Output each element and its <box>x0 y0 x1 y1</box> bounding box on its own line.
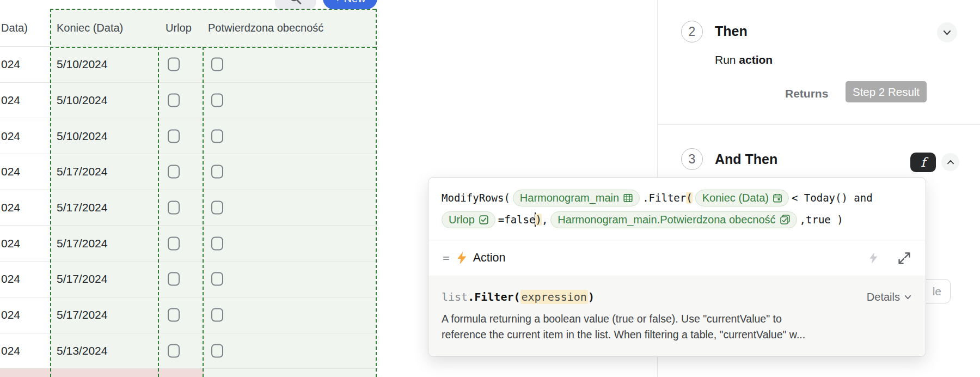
function-icon: f <box>921 155 926 169</box>
column-header-urlop[interactable]: Urlop <box>166 21 192 34</box>
comma: , <box>542 214 548 226</box>
column-header-koniec[interactable]: Koniec (Data) <box>57 21 123 34</box>
args-tail: ,true ) <box>800 214 843 226</box>
function-description: A formula returning a boolean value (tru… <box>442 311 911 343</box>
function-description-line-1: A formula returning a boolean value (tru… <box>442 311 911 327</box>
formula-line-1: ModifyRows( Harmonogram_main .Filter ( K… <box>442 187 926 209</box>
condition-tail: < Today() and <box>792 192 873 204</box>
potwierdzona-checkbox[interactable] <box>211 236 223 250</box>
run-prefix: Run <box>715 53 739 66</box>
potwierdzona-checkbox[interactable] <box>211 308 223 322</box>
table-row: 024 5/10/2024 <box>0 83 378 119</box>
checkbox-icon <box>479 215 488 224</box>
multi-checkbox-icon <box>780 215 790 224</box>
koniec-date-cell[interactable]: 5/17/2024 <box>57 201 107 214</box>
table-body: 024 5/10/2024 024 5/10/2024 024 5/10/202… <box>0 47 378 369</box>
potwierdzona-checkbox[interactable] <box>211 272 223 286</box>
step-2-title: Then <box>715 23 748 39</box>
start-date-cell[interactable]: 024 <box>1 344 20 357</box>
koniec-column-chip[interactable]: Koniec (Data) <box>695 190 789 206</box>
fn-modifyrows: ModifyRows( <box>442 192 510 204</box>
urlop-checkbox[interactable] <box>168 308 180 322</box>
urlop-checkbox[interactable] <box>168 272 180 286</box>
matched-paren-open: ( <box>686 192 692 204</box>
koniec-date-cell[interactable]: 5/13/2024 <box>57 344 107 357</box>
selection-border-right <box>376 9 377 377</box>
urlop-checkbox[interactable] <box>168 58 180 71</box>
start-date-cell[interactable]: 024 <box>1 201 20 214</box>
search-button[interactable] <box>275 0 316 9</box>
formula-help-panel: list.Filter(expression) Details A formul… <box>428 276 926 356</box>
formula-editor-popup: ModifyRows( Harmonogram_main .Filter ( K… <box>428 177 926 357</box>
table-header-row: Data) Koniec (Data) Urlop Potwierdzona o… <box>0 9 378 47</box>
details-chevron-icon <box>904 295 911 300</box>
table-row: 024 5/17/2024 <box>0 154 378 190</box>
koniec-date-cell[interactable]: 5/17/2024 <box>57 308 107 321</box>
details-dropdown[interactable]: Details <box>867 291 911 303</box>
selection-border-under-header <box>50 47 376 48</box>
signature-function: .Filter( <box>468 290 520 303</box>
koniec-date-cell[interactable]: 5/17/2024 <box>57 237 107 250</box>
urlop-checkbox[interactable] <box>168 344 180 357</box>
conditional-red-row <box>0 369 204 377</box>
start-date-cell[interactable]: 024 <box>1 130 20 143</box>
table-row: 024 5/10/2024 <box>0 47 378 83</box>
step-2-number: 2 <box>689 25 696 39</box>
table-row: 024 5/17/2024 <box>0 262 378 297</box>
start-date-cell[interactable]: 024 <box>1 94 20 107</box>
urlop-checkbox[interactable] <box>168 201 180 215</box>
table-chip[interactable]: Harmonogram_main <box>513 190 640 206</box>
signature-close-paren: ) <box>588 290 595 303</box>
new-row-button-label: + New <box>334 0 365 5</box>
koniec-date-cell[interactable]: 5/10/2024 <box>57 130 107 143</box>
formula-result-row: = Action <box>428 240 926 276</box>
selection-border-left <box>50 9 51 377</box>
selection-border-col-divider-2 <box>203 47 204 377</box>
urlop-checkbox[interactable] <box>168 94 180 107</box>
start-date-cell[interactable]: 024 <box>1 165 20 178</box>
table-row: 024 5/17/2024 <box>0 190 378 226</box>
step-3-number: 3 <box>689 152 696 167</box>
koniec-date-cell[interactable]: 5/10/2024 <box>57 94 107 107</box>
harmonogram-table: Data) Koniec (Data) Urlop Potwierdzona o… <box>0 0 378 377</box>
start-date-cell[interactable]: 024 <box>1 272 20 285</box>
search-icon <box>289 0 302 8</box>
urlop-checkbox[interactable] <box>168 236 180 250</box>
koniec-date-cell[interactable]: 5/10/2024 <box>57 58 107 71</box>
table-row: 024 5/13/2024 <box>0 333 378 369</box>
column-header-start-partial[interactable]: Data) <box>1 21 28 34</box>
formula-input[interactable]: ModifyRows( Harmonogram_main .Filter ( K… <box>428 178 926 240</box>
column-header-potwierdzona[interactable]: Potwierdzona obecność <box>208 21 323 34</box>
step-3-collapse-button[interactable] <box>941 153 959 171</box>
step-divider <box>658 124 980 125</box>
step-2-collapse-button[interactable] <box>937 22 957 42</box>
potwierdzona-checkbox[interactable] <box>211 201 223 215</box>
start-date-cell[interactable]: 024 <box>1 237 20 250</box>
potwierdzona-column-chip[interactable]: Harmonogram_main.Potwierdzona obecność <box>550 211 797 228</box>
urlop-column-chip-label: Urlop <box>449 214 475 226</box>
lightning-icon-gray[interactable] <box>869 252 878 264</box>
table-row: 024 5/17/2024 <box>0 297 378 333</box>
start-date-cell[interactable]: 024 <box>1 308 20 321</box>
potwierdzona-checkbox[interactable] <box>211 344 223 357</box>
potwierdzona-checkbox[interactable] <box>211 129 223 143</box>
potwierdzona-checkbox[interactable] <box>211 94 223 107</box>
potwierdzona-checkbox[interactable] <box>211 165 223 179</box>
calendar-icon <box>773 193 782 203</box>
signature-object: list <box>442 290 468 303</box>
step-2-description: Run action <box>715 53 773 66</box>
step-3-title: And Then <box>715 151 777 167</box>
step-2-number-badge: 2 <box>681 21 703 42</box>
urlop-checkbox[interactable] <box>168 129 180 143</box>
urlop-column-chip[interactable]: Urlop <box>442 211 495 228</box>
koniec-date-cell[interactable]: 5/17/2024 <box>57 272 107 285</box>
new-row-button[interactable]: + New <box>323 0 377 9</box>
urlop-checkbox[interactable] <box>168 165 180 179</box>
start-date-cell[interactable]: 024 <box>1 58 20 71</box>
koniec-date-cell[interactable]: 5/17/2024 <box>57 165 107 178</box>
potwierdzona-checkbox[interactable] <box>211 58 223 71</box>
formula-mode-button[interactable]: f <box>910 153 936 172</box>
expand-icon[interactable] <box>897 251 911 265</box>
step-2-result-badge[interactable]: Step 2 Result <box>846 81 927 102</box>
koniec-column-chip-label: Koniec (Data) <box>702 192 769 204</box>
